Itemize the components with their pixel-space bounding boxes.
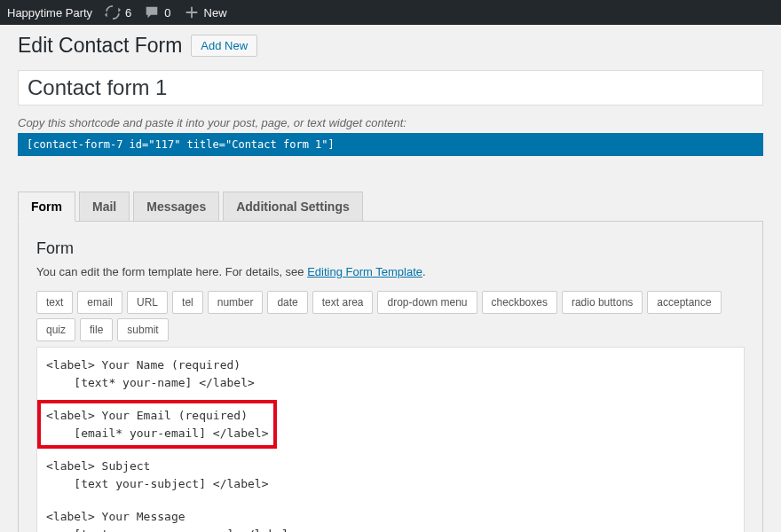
tab-additional-settings[interactable]: Additional Settings: [223, 192, 363, 221]
update-count: 6: [125, 6, 131, 20]
admin-bar-comments[interactable]: 0: [144, 4, 170, 20]
tab-messages[interactable]: Messages: [133, 192, 219, 221]
code-block: <label> Your Message [textarea your-mess…: [46, 508, 735, 532]
tag-generator-buttons: textemailURLtelnumberdatetext areadrop-d…: [36, 291, 745, 341]
shortcode-help-text: Copy this shortcode and paste it into yo…: [18, 116, 763, 129]
tab-mail[interactable]: Mail: [79, 192, 130, 221]
refresh-icon: [105, 4, 121, 20]
tab-content: Form You can edit the form template here…: [18, 222, 763, 532]
shortcode-display[interactable]: [contact-form-7 id="117" title="Contact …: [18, 133, 763, 156]
code-block: <label> Your Email (required) [email* yo…: [46, 407, 735, 442]
panel-description: You can edit the form template here. For…: [36, 265, 745, 278]
admin-bar-updates[interactable]: 6: [105, 4, 131, 20]
tag-btn-tel[interactable]: tel: [172, 291, 203, 314]
tag-btn-email[interactable]: email: [77, 291, 122, 314]
page-header: Edit Contact Form Add New: [18, 34, 763, 58]
tag-btn-number[interactable]: number: [208, 291, 264, 314]
tag-btn-checkboxes[interactable]: checkboxes: [482, 291, 557, 314]
tab-nav: FormMailMessagesAdditional Settings: [18, 192, 763, 222]
tag-btn-URL[interactable]: URL: [127, 291, 168, 314]
page-title: Edit Contact Form: [18, 34, 182, 58]
comment-count: 0: [164, 6, 170, 20]
form-title-input[interactable]: [18, 70, 763, 106]
tab-form[interactable]: Form: [18, 192, 75, 222]
admin-bar-site[interactable]: Happytime Party: [7, 6, 92, 20]
tag-btn-date[interactable]: date: [267, 291, 307, 314]
panel-desc-prefix: You can edit the form template here. For…: [36, 265, 307, 278]
tabs-wrap: FormMailMessagesAdditional Settings Form…: [18, 192, 763, 532]
tag-btn-text[interactable]: text: [36, 291, 73, 314]
new-label: New: [204, 6, 227, 20]
panel-heading: Form: [36, 239, 745, 258]
form-template-editor[interactable]: <label> Your Name (required) [text* your…: [36, 347, 745, 532]
code-block: <label> Subject [text your-subject] </la…: [46, 458, 735, 492]
comment-icon: [144, 4, 160, 20]
admin-bar-new[interactable]: New: [184, 4, 227, 20]
editing-form-template-link[interactable]: Editing Form Template: [307, 265, 422, 278]
tag-btn-submit[interactable]: submit: [117, 318, 168, 341]
tag-btn-acceptance[interactable]: acceptance: [647, 291, 721, 314]
add-new-button[interactable]: Add New: [191, 35, 257, 57]
plus-icon: [184, 4, 200, 20]
content-area: Edit Contact Form Add New Copy this shor…: [0, 25, 781, 532]
tag-btn-radio-buttons[interactable]: radio buttons: [562, 291, 643, 314]
code-block: <label> Your Name (required) [text* your…: [46, 356, 735, 391]
tag-btn-text-area[interactable]: text area: [312, 291, 374, 314]
tag-btn-file[interactable]: file: [80, 318, 113, 341]
site-name-label: Happytime Party: [7, 6, 92, 20]
panel-desc-suffix: .: [422, 265, 426, 278]
admin-bar: Happytime Party 6 0 New: [0, 0, 781, 25]
tag-btn-drop-down-menu[interactable]: drop-down menu: [377, 291, 477, 314]
tag-btn-quiz[interactable]: quiz: [36, 318, 75, 341]
